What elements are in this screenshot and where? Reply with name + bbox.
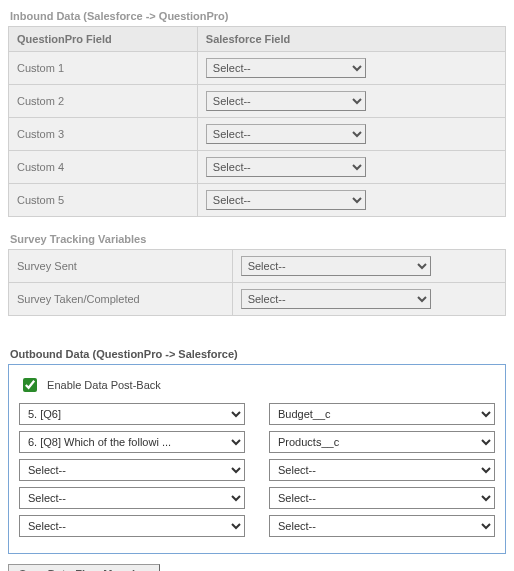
inbound-row-label: Custom 2 — [9, 85, 198, 118]
outbound-title: Outbound Data (QuestionPro -> Salesforce… — [10, 348, 506, 360]
inbound-row-select[interactable]: Select-- — [206, 157, 366, 177]
mapping-row: 6. [Q8] Which of the followi ... Product… — [19, 431, 495, 453]
tracking-row-select[interactable]: Select-- — [241, 256, 431, 276]
enable-postback-label: Enable Data Post-Back — [47, 379, 161, 391]
table-row: Custom 4 Select-- — [9, 151, 506, 184]
outbound-left-select[interactable]: Select-- — [19, 487, 245, 509]
table-row: Survey Sent Select-- — [9, 250, 506, 283]
inbound-row-label: Custom 1 — [9, 52, 198, 85]
inbound-row-label: Custom 5 — [9, 184, 198, 217]
mapping-row: Select-- Select-- — [19, 459, 495, 481]
mapping-row: Select-- Select-- — [19, 487, 495, 509]
table-row: Custom 3 Select-- — [9, 118, 506, 151]
mapping-row: Select-- Select-- — [19, 515, 495, 537]
outbound-left-select[interactable]: 6. [Q8] Which of the followi ... — [19, 431, 245, 453]
inbound-row-label: Custom 4 — [9, 151, 198, 184]
save-button[interactable]: Save Data-Flow Mapping — [8, 564, 160, 571]
outbound-box: Enable Data Post-Back 5. [Q6] Budget__c … — [8, 364, 506, 554]
outbound-right-select[interactable]: Select-- — [269, 459, 495, 481]
mapping-row: 5. [Q6] Budget__c — [19, 403, 495, 425]
table-row: Custom 1 Select-- — [9, 52, 506, 85]
tracking-table: Survey Sent Select-- Survey Taken/Comple… — [8, 249, 506, 316]
inbound-header-qp: QuestionPro Field — [9, 27, 198, 52]
table-row: Custom 2 Select-- — [9, 85, 506, 118]
outbound-right-select[interactable]: Products__c — [269, 431, 495, 453]
outbound-left-select[interactable]: 5. [Q6] — [19, 403, 245, 425]
table-row: Custom 5 Select-- — [9, 184, 506, 217]
tracking-row-label: Survey Sent — [9, 250, 233, 283]
enable-postback-checkbox[interactable] — [23, 378, 37, 392]
inbound-row-select[interactable]: Select-- — [206, 190, 366, 210]
tracking-row-label: Survey Taken/Completed — [9, 283, 233, 316]
outbound-right-select[interactable]: Select-- — [269, 487, 495, 509]
inbound-title: Inbound Data (Salesforce -> QuestionPro) — [10, 10, 506, 22]
inbound-row-select[interactable]: Select-- — [206, 124, 366, 144]
inbound-row-select[interactable]: Select-- — [206, 91, 366, 111]
inbound-table: QuestionPro Field Salesforce Field Custo… — [8, 26, 506, 217]
table-row: Survey Taken/Completed Select-- — [9, 283, 506, 316]
outbound-right-select[interactable]: Budget__c — [269, 403, 495, 425]
inbound-row-select[interactable]: Select-- — [206, 58, 366, 78]
outbound-right-select[interactable]: Select-- — [269, 515, 495, 537]
outbound-left-select[interactable]: Select-- — [19, 459, 245, 481]
inbound-header-sf: Salesforce Field — [197, 27, 505, 52]
tracking-row-select[interactable]: Select-- — [241, 289, 431, 309]
tracking-title: Survey Tracking Variables — [10, 233, 506, 245]
outbound-left-select[interactable]: Select-- — [19, 515, 245, 537]
inbound-row-label: Custom 3 — [9, 118, 198, 151]
